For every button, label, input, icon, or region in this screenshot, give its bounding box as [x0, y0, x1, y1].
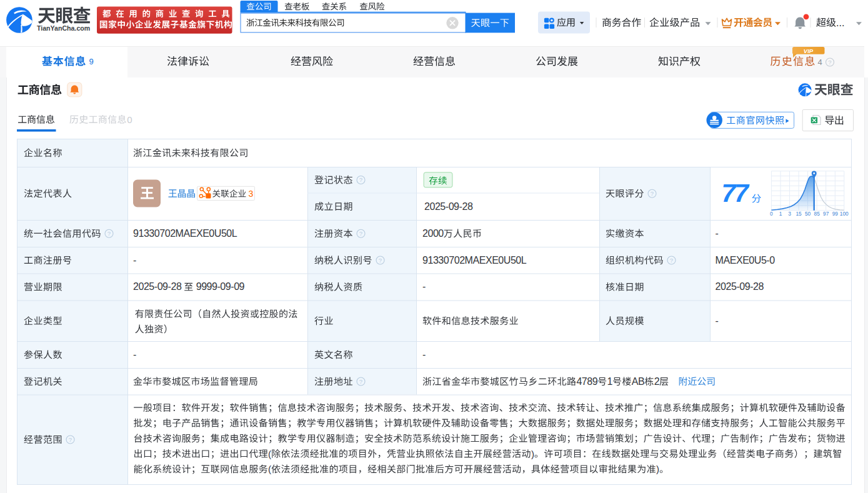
svg-text:-: - — [716, 316, 719, 326]
svg-text:2025-09-28: 2025-09-28 — [716, 281, 764, 292]
svg-text:?: ? — [379, 257, 382, 264]
svg-text:9999-09-09: 9999-09-09 — [196, 281, 245, 292]
svg-text:AB: AB — [632, 376, 644, 387]
svg-text:50: 50 — [805, 211, 811, 217]
svg-text:0: 0 — [770, 211, 773, 217]
svg-text:): ) — [656, 464, 659, 474]
svg-text:77: 77 — [722, 179, 751, 207]
svg-text:1: 1 — [607, 376, 613, 387]
svg-text:-: - — [716, 228, 719, 239]
svg-text:-: - — [422, 349, 426, 360]
svg-text:?: ? — [828, 59, 831, 66]
svg-text:91330702MAEXE0U50L: 91330702MAEXE0U50L — [133, 228, 237, 239]
svg-text:?: ? — [69, 436, 72, 443]
svg-text:3: 3 — [788, 211, 791, 217]
svg-text:-: - — [422, 281, 426, 292]
svg-text:2: 2 — [654, 376, 660, 387]
svg-text:91330702MAEXE0U50L: 91330702MAEXE0U50L — [422, 255, 527, 266]
svg-text:100: 100 — [840, 211, 849, 217]
svg-text:VIP: VIP — [804, 47, 814, 54]
svg-text:99: 99 — [832, 211, 839, 217]
svg-text:97: 97 — [823, 211, 829, 217]
svg-text:TianYanCha.com: TianYanCha.com — [37, 24, 90, 32]
svg-text:2000: 2000 — [422, 228, 444, 239]
svg-text:4: 4 — [818, 57, 822, 67]
svg-text:): ) — [531, 449, 534, 459]
svg-text:85: 85 — [814, 211, 821, 217]
svg-text:-: - — [133, 255, 136, 266]
svg-text:(: ( — [268, 449, 271, 459]
svg-text:0: 0 — [127, 114, 132, 125]
svg-text:15: 15 — [796, 211, 802, 217]
svg-text:MAEXE0U5-0: MAEXE0U5-0 — [716, 255, 776, 266]
svg-text:...: ... — [836, 17, 844, 28]
svg-text:1: 1 — [779, 211, 782, 217]
svg-text:?: ? — [359, 378, 362, 385]
svg-text:-: - — [133, 349, 136, 360]
svg-text:4789: 4789 — [576, 376, 597, 387]
svg-text:3: 3 — [249, 189, 254, 199]
svg-text:(: ( — [268, 464, 271, 474]
svg-text:?: ? — [107, 230, 111, 237]
svg-text:2025-09-28: 2025-09-28 — [424, 201, 473, 212]
svg-text:?: ? — [359, 176, 362, 183]
svg-text:?: ? — [651, 190, 654, 197]
svg-text:?: ? — [670, 257, 673, 264]
svg-text:2025-09-28: 2025-09-28 — [133, 281, 182, 292]
svg-text:9: 9 — [89, 57, 94, 66]
svg-text:?: ? — [359, 230, 362, 237]
